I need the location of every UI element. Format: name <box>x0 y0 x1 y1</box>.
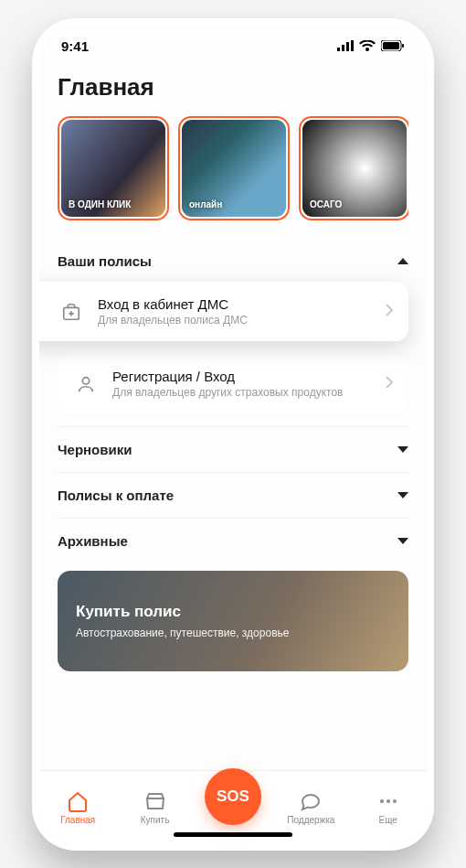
story-label: ОСАГО <box>310 199 342 209</box>
archive-label: Архивные <box>58 533 128 549</box>
tab-home-label: Главная <box>60 815 95 825</box>
story-label: онлайн <box>189 199 222 209</box>
content-area: Главная В ОДИН КЛИК онлайн ОСАГО Ваши по… <box>39 66 427 770</box>
banner-title: Купить полис <box>76 603 390 621</box>
home-icon <box>67 790 89 812</box>
more-icon <box>377 790 399 812</box>
drafts-label: Черновики <box>58 442 132 457</box>
caret-up-icon <box>397 258 408 264</box>
policies-header-label: Ваши полисы <box>58 253 152 269</box>
wifi-icon <box>359 40 376 51</box>
status-bar: 9:41 <box>39 26 427 66</box>
battery-icon <box>381 40 405 51</box>
to-pay-label: Полисы к оплате <box>58 488 174 503</box>
tab-buy[interactable]: Купить <box>128 790 183 825</box>
tab-support-label: Поддержка <box>287 815 334 825</box>
shop-icon <box>144 790 166 812</box>
login-card[interactable]: Регистрация / Вход Для владельцев других… <box>58 354 408 413</box>
svg-rect-2 <box>346 42 349 51</box>
svg-rect-3 <box>351 40 354 51</box>
status-indicators <box>337 40 405 51</box>
story-card[interactable]: онлайн <box>178 116 290 220</box>
chevron-right-icon <box>385 303 394 321</box>
to-pay-section[interactable]: Полисы к оплате <box>58 472 408 518</box>
chat-icon <box>300 790 322 812</box>
buy-policy-banner[interactable]: Купить полис Автострахование, путешестви… <box>58 571 408 671</box>
story-card[interactable]: ОСАГО <box>299 116 408 220</box>
page-title: Главная <box>58 73 408 102</box>
person-icon <box>72 374 100 394</box>
chevron-right-icon <box>385 375 394 393</box>
svg-point-10 <box>387 799 390 803</box>
login-subtitle: Для владельцев других страховых продукто… <box>112 386 343 399</box>
story-label: В ОДИН КЛИК <box>69 199 131 209</box>
tab-more-label: Еще <box>379 815 397 825</box>
drafts-section[interactable]: Черновики <box>58 426 408 472</box>
story-card[interactable]: В ОДИН КЛИК <box>58 116 169 220</box>
archive-section[interactable]: Архивные <box>58 518 408 563</box>
medkit-icon <box>58 302 85 322</box>
login-title: Регистрация / Вход <box>112 369 343 384</box>
dms-login-card[interactable]: Вход в кабинет ДМС Для владельцев полиса… <box>39 282 408 341</box>
svg-point-9 <box>380 799 384 803</box>
cellular-icon <box>337 40 354 51</box>
story-row[interactable]: В ОДИН КЛИК онлайн ОСАГО <box>58 116 408 220</box>
dms-title: Вход в кабинет ДМС <box>98 296 248 312</box>
phone-frame: 9:41 Главная В ОДИН КЛИК онлайн ОСАГО <box>32 18 434 851</box>
sos-label: SOS <box>217 788 249 806</box>
policies-header[interactable]: Ваши полисы <box>58 241 408 282</box>
caret-down-icon <box>397 538 408 544</box>
dms-subtitle: Для владельцев полиса ДМС <box>98 314 248 327</box>
tab-more[interactable]: Еще <box>361 790 416 825</box>
sos-button[interactable]: SOS <box>205 768 261 825</box>
svg-point-11 <box>393 799 397 803</box>
svg-rect-0 <box>337 48 340 51</box>
tab-bar: Главная Купить SOS Поддержка Еще <box>39 770 427 843</box>
caret-down-icon <box>397 492 408 498</box>
svg-rect-6 <box>402 44 404 48</box>
tab-support[interactable]: Поддержка <box>283 790 338 825</box>
caret-down-icon <box>397 446 408 453</box>
svg-rect-1 <box>342 45 344 51</box>
banner-subtitle: Автострахование, путешествие, здоровье <box>76 627 390 639</box>
tab-home[interactable]: Главная <box>50 790 105 825</box>
home-indicator <box>174 832 292 837</box>
tab-buy-label: Купить <box>141 815 170 825</box>
screen: 9:41 Главная В ОДИН КЛИК онлайн ОСАГО <box>39 26 427 843</box>
svg-rect-5 <box>383 42 399 49</box>
status-time: 9:41 <box>61 38 89 54</box>
svg-point-8 <box>82 377 89 383</box>
